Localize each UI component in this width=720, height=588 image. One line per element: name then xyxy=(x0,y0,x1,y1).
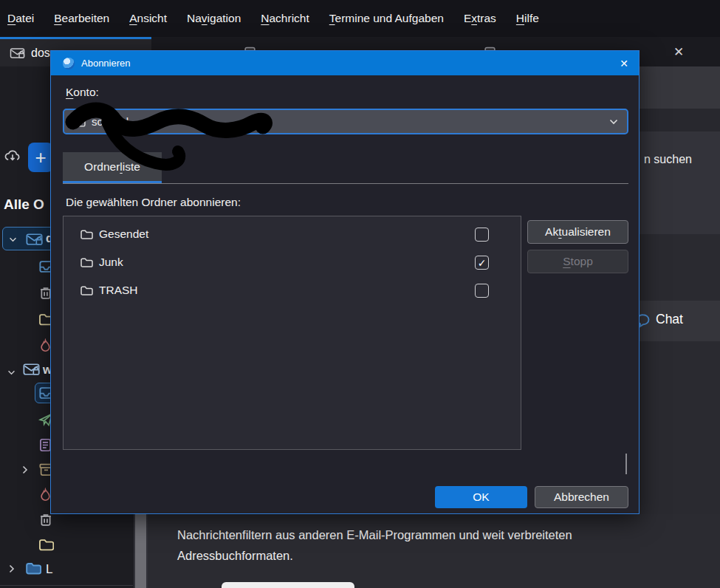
tab-divider xyxy=(63,183,628,184)
panel-band xyxy=(640,66,720,109)
konto-label: Konto: xyxy=(66,86,99,99)
stop-button-label: Stopp xyxy=(563,255,593,268)
main-content-area: Nachrichtenfiltern aus anderen E-Mail-Pr… xyxy=(148,514,720,588)
cancel-button[interactable]: Abbrechen xyxy=(535,486,628,508)
tab-ordnerliste[interactable]: Ordnerliste xyxy=(63,152,162,183)
resize-grip[interactable] xyxy=(625,454,627,474)
folder-row[interactable]: Junk xyxy=(64,248,521,276)
mail-lock-icon xyxy=(23,363,40,376)
envelope-icon xyxy=(72,116,86,127)
subscribe-checkbox[interactable] xyxy=(475,256,489,270)
refresh-button-label: Aktualisieren xyxy=(545,225,611,239)
import-description-text: Nachrichtenfiltern aus anderen E-Mail-Pr… xyxy=(177,524,679,566)
folder-name: Gesendet xyxy=(99,228,148,241)
stop-button: Stopp xyxy=(527,250,628,273)
panel-band xyxy=(640,109,720,131)
chevron-right-icon[interactable] xyxy=(9,564,15,573)
scrollbar-thumb[interactable] xyxy=(135,514,146,588)
all-folders-header: Alle O xyxy=(4,196,44,213)
folder-row[interactable]: TRASH xyxy=(64,276,521,304)
menu-item-hilfe[interactable]: Hilfe xyxy=(516,12,539,25)
local-folders-label[interactable]: L xyxy=(46,562,52,577)
dialog-close-icon[interactable]: ✕ xyxy=(620,58,628,69)
panel-band xyxy=(640,234,720,301)
chevron-down-icon xyxy=(609,119,618,125)
panel-band xyxy=(640,131,720,234)
cloud-download-icon[interactable] xyxy=(4,148,21,163)
menu-item-nachricht[interactable]: Nachricht xyxy=(261,12,309,25)
chevron-down-icon[interactable] xyxy=(9,237,17,242)
menu-item-ansicht[interactable]: Ansicht xyxy=(129,12,167,25)
search-messages-label[interactable]: n suchen xyxy=(644,153,692,166)
account-select[interactable]: sch wol xyxy=(63,109,628,134)
folder-name: Junk xyxy=(99,256,123,269)
menu-item-datei[interactable]: Datei xyxy=(7,12,34,25)
mail-lock-icon xyxy=(26,233,43,246)
folder-name: TRASH xyxy=(99,284,138,297)
divider xyxy=(0,585,133,586)
menu-item-termine-und-aufgaben[interactable]: Termine und Aufgaben xyxy=(329,12,444,25)
dialog-titlebar[interactable]: Abonnieren ✕ xyxy=(51,51,639,75)
subscribe-checkbox[interactable] xyxy=(475,284,489,298)
folder-icon xyxy=(80,257,93,268)
partial-button[interactable] xyxy=(222,582,354,588)
panel-band xyxy=(640,341,720,514)
trash-icon[interactable] xyxy=(38,513,53,527)
folder-icon[interactable] xyxy=(38,538,54,552)
menu-item-navigation[interactable]: Navigation xyxy=(187,12,241,25)
add-account-button[interactable]: + xyxy=(28,143,53,172)
chevron-right-icon[interactable] xyxy=(22,465,28,474)
folder-icon xyxy=(80,285,93,296)
account-select-value: sch wol xyxy=(92,115,609,128)
tab-label: dos xyxy=(31,47,50,60)
menu-bar: Datei Bearbeiten Ansicht Navigation Nach… xyxy=(0,0,720,37)
sidebar-account-1-selected[interactable]: d xyxy=(2,227,57,250)
subscribe-checkbox[interactable] xyxy=(475,228,489,242)
local-folders-icon[interactable] xyxy=(25,561,41,575)
subscribe-dialog: Abonnieren ✕ Konto: sch wol Ordnerliste … xyxy=(50,50,640,514)
folder-row[interactable]: Gesendet xyxy=(64,220,521,248)
folder-list: Gesendet Junk TRASH xyxy=(63,216,521,450)
dialog-title: Abonnieren xyxy=(81,58,620,69)
thunderbird-icon xyxy=(63,58,75,69)
tab-ordnerliste-label: Ordnerliste xyxy=(84,160,140,174)
chevron-down-icon[interactable] xyxy=(7,370,16,375)
ok-button[interactable]: OK xyxy=(435,486,527,508)
close-tab-icon[interactable]: ✕ xyxy=(671,44,687,60)
menu-item-extras[interactable]: Extras xyxy=(464,12,496,25)
refresh-button[interactable]: Aktualisieren xyxy=(527,220,628,244)
thunderbird-window: Datei Bearbeiten Ansicht Navigation Nach… xyxy=(0,0,720,588)
account-central-panel: n suchen Chat xyxy=(640,66,720,514)
chat-button[interactable]: Chat xyxy=(656,312,683,327)
menu-item-bearbeiten[interactable]: Bearbeiten xyxy=(54,12,109,25)
folder-list-label: Die gewählten Ordner abonnieren: xyxy=(66,196,241,209)
folder-icon xyxy=(80,229,93,240)
mail-lock-icon xyxy=(10,47,25,59)
